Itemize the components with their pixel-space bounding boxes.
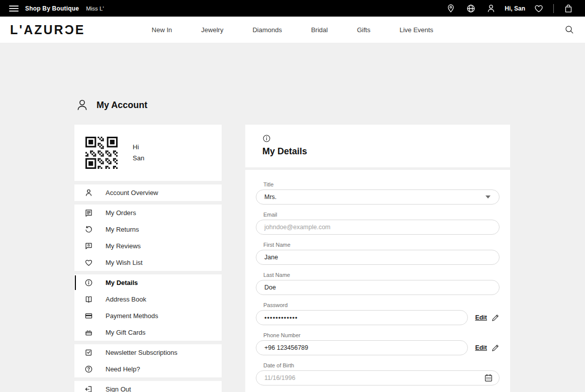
title-select[interactable] — [256, 189, 500, 205]
sidebar-item-newsletter-subscriptions[interactable]: Newsletter Subscriptions — [74, 344, 222, 361]
sidebar-item-label: My Reviews — [106, 242, 141, 250]
nav-item-gifts[interactable]: Gifts — [357, 26, 370, 34]
dob-field[interactable] — [256, 370, 500, 385]
phone-field[interactable] — [256, 340, 468, 355]
boutique-name-link[interactable]: Miss L' — [86, 6, 104, 12]
nav-item-bridal[interactable]: Bridal — [311, 26, 328, 34]
globe-icon[interactable] — [463, 3, 478, 14]
sidebar-item-label: My Returns — [106, 226, 139, 233]
sidebar-item-sign-out[interactable]: Sign Out — [74, 381, 222, 392]
email-label: Email — [263, 212, 500, 218]
sidebar-group-activity: My Orders My Returns My Reviews My Wish … — [74, 205, 222, 271]
first-name-field[interactable] — [256, 250, 500, 265]
sidebar-item-label: Address Book — [106, 296, 146, 303]
calendar-icon[interactable] — [484, 373, 493, 382]
field-row-phone: Phone Number Edit — [256, 332, 500, 355]
sidebar-item-my-gift-cards[interactable]: My Gift Cards — [74, 324, 222, 341]
payment-card-icon — [84, 312, 93, 320]
field-row-title: Title — [256, 181, 500, 205]
page-title: My Account — [96, 100, 147, 111]
page-content: My Account Hi San Account Overview — [0, 43, 585, 392]
sidebar-item-label: Payment Methods — [106, 312, 158, 320]
pencil-icon[interactable] — [491, 344, 500, 352]
sidebar-item-label: My Wish List — [106, 259, 143, 266]
hamburger-icon[interactable] — [9, 6, 19, 12]
gift-icon — [84, 328, 93, 337]
topbar-divider — [553, 4, 554, 13]
nav-item-new-in[interactable]: New In — [152, 26, 172, 34]
page-header: My Account — [75, 98, 147, 113]
sidebar-item-my-reviews[interactable]: My Reviews — [74, 238, 222, 254]
utility-bar: Shop By Boutique Miss L' Hi, San — [0, 0, 585, 17]
nav-item-jewelry[interactable]: Jewelry — [201, 26, 223, 34]
newsletter-check-icon — [84, 348, 93, 357]
email-field[interactable] — [256, 220, 500, 235]
info-icon — [262, 134, 271, 143]
sidebar-item-label: My Orders — [106, 209, 136, 217]
sidebar-group-misc: Newsletter Subscriptions Need Help? — [74, 344, 222, 377]
sidebar-item-need-help[interactable]: Need Help? — [74, 361, 222, 377]
panel-header: My Details — [245, 125, 510, 167]
sidebar-item-label: Account Overview — [106, 189, 158, 197]
sidebar-group-signout: Sign Out — [74, 381, 222, 392]
field-row-email: Email — [256, 212, 500, 235]
orders-icon — [84, 209, 93, 217]
my-details-form: Title Email First Name Last Name — [245, 170, 510, 392]
help-icon — [84, 365, 93, 373]
last-name-label: Last Name — [263, 272, 500, 278]
nav-links: New In Jewelry Diamonds Bridal Gifts Liv… — [0, 26, 585, 34]
field-row-last-name: Last Name — [256, 272, 500, 295]
password-field[interactable] — [256, 310, 468, 325]
panel-title: My Details — [262, 146, 510, 157]
sidebar-item-my-wish-list[interactable]: My Wish List — [74, 254, 222, 271]
phone-label: Phone Number — [263, 332, 500, 338]
heart-icon[interactable] — [531, 3, 546, 14]
location-pin-icon[interactable] — [443, 3, 458, 14]
sidebar-item-my-returns[interactable]: My Returns — [74, 221, 222, 238]
account-sidebar: Hi San Account Overview My Orders — [74, 125, 222, 392]
pencil-icon[interactable] — [491, 314, 500, 322]
sidebar-greeting: Hi San — [133, 142, 144, 164]
first-name-label: First Name — [263, 242, 500, 248]
field-row-dob: Date of Birth — [256, 362, 500, 385]
sign-out-icon — [84, 385, 93, 392]
bag-icon[interactable] — [561, 3, 576, 14]
password-label: Password — [263, 302, 500, 308]
shop-by-boutique-link[interactable]: Shop By Boutique — [25, 5, 79, 12]
nav-item-live-events[interactable]: Live Events — [400, 26, 433, 34]
qr-code — [84, 134, 119, 172]
sidebar-item-label: Newsletter Subscriptions — [106, 349, 177, 356]
info-icon — [84, 278, 93, 287]
sidebar-item-label: Need Help? — [106, 365, 140, 373]
address-book-icon — [84, 295, 93, 304]
user-greeting[interactable]: Hi, San — [505, 5, 525, 12]
main-nav: L'AZURƆE New In Jewelry Diamonds Bridal … — [0, 17, 585, 43]
sidebar-group-overview: Account Overview — [74, 184, 222, 201]
heart-icon — [84, 258, 93, 267]
sidebar-item-account-overview[interactable]: Account Overview — [74, 184, 222, 201]
search-icon[interactable] — [564, 24, 575, 35]
person-icon[interactable] — [483, 3, 499, 14]
user-card: Hi San — [74, 125, 222, 181]
password-edit-link[interactable]: Edit — [475, 314, 487, 321]
greeting-line2: San — [133, 153, 144, 164]
sidebar-item-my-details[interactable]: My Details — [74, 274, 222, 291]
field-row-password: Password Edit — [256, 302, 500, 325]
last-name-field[interactable] — [256, 280, 500, 295]
dob-label: Date of Birth — [263, 362, 500, 368]
sidebar-item-label: My Gift Cards — [106, 329, 145, 336]
title-label: Title — [263, 181, 500, 187]
sign-out-link[interactable]: Sign Out — [106, 385, 131, 392]
sidebar-item-payment-methods[interactable]: Payment Methods — [74, 308, 222, 324]
field-row-first-name: First Name — [256, 242, 500, 265]
account-person-icon — [75, 98, 89, 113]
nav-item-diamonds[interactable]: Diamonds — [252, 26, 282, 34]
sidebar-item-address-book[interactable]: Address Book — [74, 291, 222, 308]
returns-icon — [84, 225, 93, 234]
sidebar-item-label: My Details — [106, 279, 138, 286]
person-icon — [84, 188, 93, 197]
reviews-icon — [84, 242, 93, 250]
sidebar-item-my-orders[interactable]: My Orders — [74, 205, 222, 221]
brand-logo[interactable]: L'AZURƆE — [10, 23, 85, 37]
phone-edit-link[interactable]: Edit — [475, 344, 487, 351]
